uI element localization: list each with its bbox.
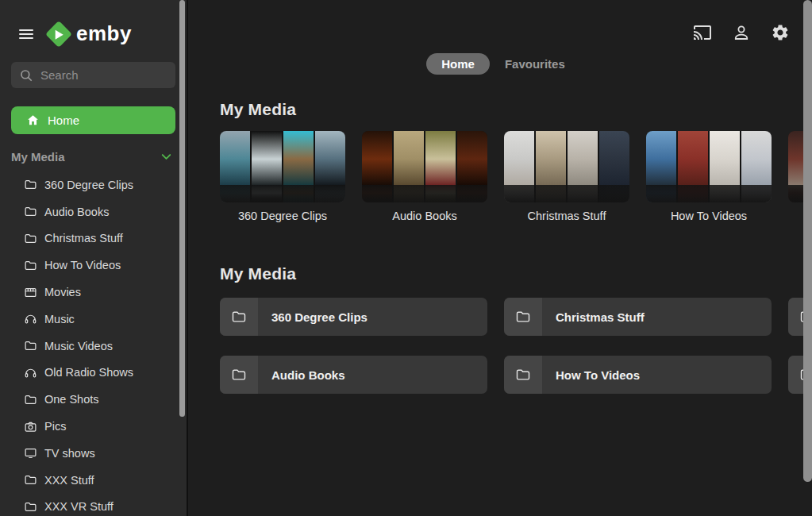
sidebar: emby Home My Media 360 Degree Clips [0,0,188,516]
sidebar-item-label: Old Radio Shows [44,366,133,379]
folder-icon [24,500,37,514]
sidebar-item-one-shots[interactable]: One Shots [0,386,187,413]
sidebar-item-label: Audio Books [44,206,109,218]
poster-thumb [425,131,456,185]
chevron-down-icon[interactable] [159,149,174,164]
folder-icon [24,232,37,245]
search-input[interactable] [40,68,167,82]
sidebar-item-label: Movies [44,286,81,298]
emby-logo-text: emby [76,21,132,46]
section-title: My Media [220,264,812,283]
home-label: Home [48,114,79,127]
sidebar-item-how-to-videos[interactable]: How To Videos [0,252,187,279]
sidebar-item-xxx-vr-stuff[interactable]: XXX VR Stuff [0,494,187,516]
media-card-360-degree-clips[interactable]: 360 Degree Clips [220,131,345,222]
poster-thumb [710,131,740,185]
home-icon [26,114,40,127]
folder-icon [24,205,37,218]
main-content: Home Favourites My Media 360 Degree Clip… [188,0,812,516]
folder-icon [24,339,37,352]
media-card-christmas-stuff[interactable]: Christmas Stuff [504,131,629,222]
sidebar-item-label: XXX Stuff [44,474,94,487]
search-icon [19,68,33,83]
folder-button-audio-books[interactable]: Audio Books [220,356,487,394]
folder-icon [24,178,37,191]
poster-thumb [252,131,282,185]
card-label: 360 Degree Clips [220,210,345,222]
sidebar-item-audio-books[interactable]: Audio Books [0,198,187,225]
my-media-folders-section: My Media 360 Degree Clips Audio Books Ch… [220,264,812,394]
sidebar-item-label: TV shows [44,447,95,460]
sidebar-item-music[interactable]: Music [0,306,187,333]
folder-icon [24,393,37,406]
folder-icon [504,298,542,336]
poster-thumb [504,131,534,185]
search-box[interactable] [11,62,175,88]
poster-thumb [362,131,392,185]
sidebar-item-tv-shows[interactable]: TV shows [0,440,187,467]
movie-icon [24,286,37,299]
poster-thumb [678,131,708,185]
sidebar-section-my-media[interactable]: My Media [11,149,174,164]
sidebar-item-xxx-stuff[interactable]: XXX Stuff [0,467,187,494]
folder-button-360-degree-clips[interactable]: 360 Degree Clips [220,298,487,336]
folder-icon [515,367,531,383]
tv-icon [24,446,37,460]
card-thumbnail[interactable] [362,131,487,202]
top-right-actions [693,23,790,42]
user-icon[interactable] [732,23,751,42]
sidebar-item-label: One Shots [44,393,99,406]
sidebar-item-music-videos[interactable]: Music Videos [0,333,187,360]
folder-button-label: Christmas Stuff [556,310,645,324]
poster-thumb [315,131,345,185]
tab-favourites[interactable]: Favourites [505,57,565,71]
poster-thumb [394,131,424,185]
main-scrollbar-thumb[interactable] [803,0,812,482]
poster-thumb [457,131,487,185]
sidebar-item-label: Pics [44,420,66,433]
card-thumbnail[interactable] [220,131,345,202]
folder-button-christmas-stuff[interactable]: Christmas Stuff [504,298,772,336]
media-cards-row: 360 Degree Clips Audio Books [220,131,812,222]
poster-thumb [646,131,676,185]
card-thumbnail[interactable] [504,131,629,202]
poster-thumb [283,131,314,185]
sidebar-item-label: Music Videos [44,340,113,352]
headphones-icon [24,312,37,325]
movie-icon [24,286,37,299]
sidebar-item-label: Music [44,313,75,325]
headphones-icon [24,366,37,379]
sidebar-scrollbar-thumb[interactable] [179,0,185,417]
card-label: Christmas Stuff [504,210,629,222]
folder-icon [231,309,247,325]
hamburger-menu-icon[interactable] [19,27,33,41]
media-card-how-to-videos[interactable]: How To Videos [646,131,772,222]
sidebar-item-pics[interactable]: Pics [0,413,187,440]
folder-icon [24,232,37,245]
card-thumbnail[interactable] [646,131,772,202]
main-scrollbar-track[interactable] [803,0,812,516]
folder-icon [515,309,531,325]
folder-icon [24,178,37,191]
sidebar-item-movies[interactable]: Movies [0,279,187,306]
media-card-audio-books[interactable]: Audio Books [362,131,487,222]
my-media-section-label: My Media [11,150,65,164]
my-media-cards-section: My Media 360 Degree Clips [220,100,812,222]
folder-icon [231,367,247,383]
folder-button-how-to-videos[interactable]: How To Videos [504,356,772,394]
folder-icon [24,205,37,218]
poster-thumb [568,131,598,185]
sidebar-item-home[interactable]: Home [11,106,175,134]
emby-logo-icon [45,21,72,48]
tv-icon [24,446,37,460]
sidebar-item-360-degree-clips[interactable]: 360 Degree Clips [0,171,187,198]
home-tabs: Home Favourites [188,53,803,75]
cast-icon[interactable] [693,23,712,42]
poster-thumb [536,131,566,185]
sidebar-item-old-radio-shows[interactable]: Old Radio Shows [0,360,187,387]
folder-icon [504,356,542,394]
settings-icon[interactable] [771,23,790,42]
folder-icon [24,500,37,514]
sidebar-item-christmas-stuff[interactable]: Christmas Stuff [0,225,187,252]
tab-home[interactable]: Home [426,53,490,75]
